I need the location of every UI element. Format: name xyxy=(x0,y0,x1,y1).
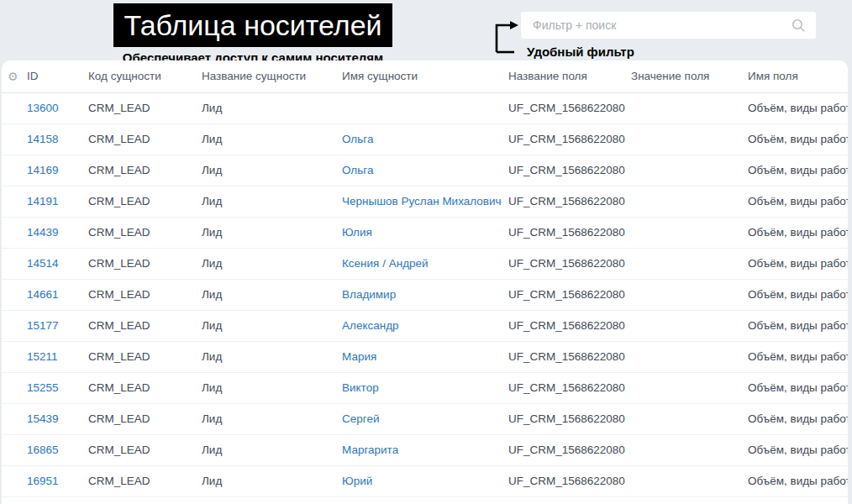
cell-entity-code: CRM_LEAD xyxy=(88,465,202,496)
cell-field-name: Объём, виды работ xyxy=(748,310,848,341)
id-link[interactable]: 15211 xyxy=(27,350,58,363)
row-gear-spacer xyxy=(2,310,27,341)
id-link[interactable]: 14191 xyxy=(27,195,59,207)
id-link[interactable]: 16951 xyxy=(27,475,59,487)
cell-entity-title: Лид xyxy=(202,403,342,434)
entity-name-link[interactable]: Юрий xyxy=(342,475,372,487)
entity-name-link[interactable]: Маргарита xyxy=(342,444,398,456)
cell-field-name: Объём, виды работ xyxy=(748,434,848,465)
column-header-field-name[interactable]: Имя поля xyxy=(748,60,848,92)
cell-entity-code: CRM_LEAD xyxy=(88,310,202,341)
cell-entity-title: Лид xyxy=(202,372,342,403)
cell-field-value xyxy=(631,92,748,123)
media-table-panel: ⚙ ID Код сущности Название сущности Имя … xyxy=(2,60,848,504)
entity-name-link[interactable]: Владимир xyxy=(342,288,396,301)
cell-field-name: Объём, виды работ xyxy=(748,123,848,155)
cell-entity-code: CRM_LEAD xyxy=(88,341,202,372)
cell-entity-name: Александр xyxy=(342,310,508,341)
cell-id: 16865 xyxy=(27,434,88,465)
grid-settings-cell[interactable]: ⚙ xyxy=(2,60,27,92)
cell-entity-name: Юрий xyxy=(342,465,508,496)
row-gear-spacer xyxy=(2,92,27,123)
row-gear-spacer xyxy=(2,279,27,310)
column-header-entity-name[interactable]: Имя сущности xyxy=(342,60,508,92)
cell-field-name: Объём, виды работ xyxy=(748,372,848,403)
cell-id: 16951 xyxy=(27,465,88,496)
gear-icon[interactable]: ⚙ xyxy=(8,70,18,83)
cell-entity-code: CRM_LEAD xyxy=(88,372,202,403)
id-link[interactable]: 16865 xyxy=(27,444,59,456)
entity-name-link[interactable]: Виктор xyxy=(342,381,379,394)
column-header-field-code[interactable]: Название поля xyxy=(508,60,631,92)
cell-id: 14191 xyxy=(27,186,88,217)
row-gear-spacer xyxy=(2,155,27,186)
cell-id: 15439 xyxy=(27,403,88,434)
id-link[interactable]: 14514 xyxy=(27,257,59,270)
cell-field-name: Объём, виды работ xyxy=(748,341,848,372)
cell-entity-name: Виктор xyxy=(342,372,508,403)
table-row: 15177 CRM_LEAD Лид Александр UF_CRM_1568… xyxy=(2,310,848,341)
cell-field-value xyxy=(631,465,748,496)
row-gear-spacer xyxy=(2,217,27,248)
entity-name-link[interactable]: Мария xyxy=(342,350,376,363)
cell-field-name: Объём, виды работ xyxy=(748,155,848,186)
column-header-id[interactable]: ID xyxy=(27,60,88,92)
entity-name-link[interactable]: Сергей xyxy=(342,412,379,425)
cell-field-code: UF_CRM_1568622080 xyxy=(508,248,631,279)
table-body: 13600 CRM_LEAD Лид UF_CRM_1568622080 Объ… xyxy=(2,92,848,496)
cell-entity-code: CRM_LEAD xyxy=(88,123,202,155)
entity-name-link[interactable]: Юлия xyxy=(342,226,372,239)
cell-field-name: Объём, виды работ xyxy=(748,465,848,496)
cell-entity-code: CRM_LEAD xyxy=(88,155,202,186)
cell-id: 15177 xyxy=(27,310,88,341)
entity-name-link[interactable]: Ксения / Андрей xyxy=(342,257,429,270)
column-header-entity-code[interactable]: Код сущности xyxy=(88,60,202,92)
cell-entity-name: Ольга xyxy=(342,123,508,155)
row-gear-spacer xyxy=(2,465,27,496)
media-table: ⚙ ID Код сущности Название сущности Имя … xyxy=(2,60,848,497)
cell-entity-name: Ольга xyxy=(342,155,508,186)
cell-field-code: UF_CRM_1568622080 xyxy=(508,434,631,465)
cell-field-code: UF_CRM_1568622080 xyxy=(508,341,631,372)
table-row: 14439 CRM_LEAD Лид Юлия UF_CRM_156862208… xyxy=(2,217,848,248)
search-input[interactable] xyxy=(521,18,792,32)
cell-entity-title: Лид xyxy=(202,465,342,496)
cell-entity-title: Лид xyxy=(202,434,342,465)
entity-name-link[interactable]: Ольга xyxy=(342,133,373,145)
id-link[interactable]: 14158 xyxy=(27,133,59,145)
entity-name-link[interactable]: Александр xyxy=(342,319,399,332)
column-header-field-value[interactable]: Значение поля xyxy=(631,60,748,92)
cell-id: 14169 xyxy=(27,155,88,186)
cell-id: 14514 xyxy=(27,248,88,279)
table-row: 14514 CRM_LEAD Лид Ксения / Андрей UF_CR… xyxy=(2,248,848,279)
page-title: Таблица носителей xyxy=(113,3,392,47)
row-gear-spacer xyxy=(2,248,27,279)
cell-field-name: Объём, виды работ xyxy=(748,279,848,310)
id-link[interactable]: 15255 xyxy=(27,381,59,394)
id-link[interactable]: 14439 xyxy=(27,226,59,239)
cell-field-code: UF_CRM_1568622080 xyxy=(508,155,631,186)
cell-field-value xyxy=(631,217,748,248)
cell-entity-name: Сергей xyxy=(342,403,508,434)
table-row: 13600 CRM_LEAD Лид UF_CRM_1568622080 Объ… xyxy=(2,92,848,123)
cell-field-code: UF_CRM_1568622080 xyxy=(508,217,631,248)
entity-name-link[interactable]: Ольга xyxy=(342,164,373,176)
cell-entity-name xyxy=(342,92,508,123)
table-row: 16865 CRM_LEAD Лид Маргарита UF_CRM_1568… xyxy=(2,434,848,465)
filter-annotation-label: Удобный фильтр xyxy=(527,45,634,59)
id-link[interactable]: 15177 xyxy=(27,319,59,332)
search-icon[interactable] xyxy=(792,18,806,33)
cell-id: 14661 xyxy=(27,279,88,310)
column-header-entity-title[interactable]: Название сущности xyxy=(202,60,342,92)
id-link[interactable]: 14661 xyxy=(27,288,59,301)
cell-id: 15211 xyxy=(27,341,88,372)
callout-arrow-icon xyxy=(486,18,524,59)
filter-search-box[interactable] xyxy=(521,12,816,39)
cell-field-code: UF_CRM_1568622080 xyxy=(508,186,631,217)
entity-name-link[interactable]: Чернышов Руслан Михалович xyxy=(342,195,502,207)
id-link[interactable]: 13600 xyxy=(27,102,59,114)
id-link[interactable]: 15439 xyxy=(27,412,59,425)
row-gear-spacer xyxy=(2,186,27,217)
cell-entity-code: CRM_LEAD xyxy=(88,186,202,217)
id-link[interactable]: 14169 xyxy=(27,164,59,176)
